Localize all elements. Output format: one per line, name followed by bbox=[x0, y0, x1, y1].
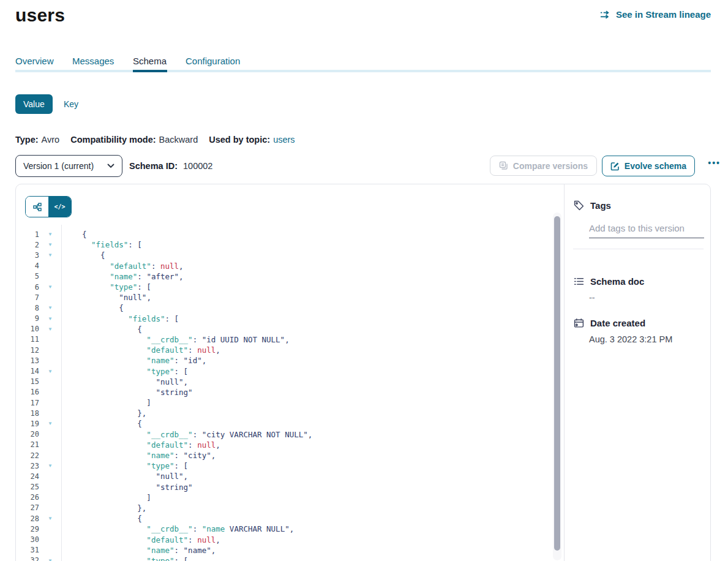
line-number: 15 bbox=[16, 377, 39, 386]
fold-toggle-icon[interactable]: ▼ bbox=[39, 316, 61, 322]
line-number: 31 bbox=[16, 546, 39, 554]
type-label: Type: bbox=[15, 135, 39, 145]
stream-lineage-link[interactable]: See in Stream lineage bbox=[600, 9, 711, 20]
code-text: { bbox=[61, 325, 142, 334]
line-number: 6 bbox=[16, 283, 39, 292]
code-text: "fields": [ bbox=[61, 240, 142, 249]
tab-messages[interactable]: Messages bbox=[72, 56, 114, 66]
scrollbar-thumb[interactable] bbox=[554, 216, 560, 551]
code-text: "null", bbox=[61, 472, 188, 481]
code-line: 5 "name": "after", bbox=[16, 271, 564, 282]
schema-page: users See in Stream lineage Overview Mes… bbox=[0, 0, 728, 561]
fold-toggle-icon[interactable]: ▼ bbox=[39, 558, 61, 561]
code-text: { bbox=[61, 250, 105, 260]
code-line: 31 "name": "name", bbox=[16, 545, 564, 555]
evolve-schema-button[interactable]: Evolve schema bbox=[602, 156, 695, 176]
code-text: "default": null, bbox=[61, 345, 220, 355]
tab-schema[interactable]: Schema bbox=[133, 56, 167, 66]
fold-toggle-icon[interactable]: ▼ bbox=[39, 463, 61, 469]
date-created-section-header: Date created bbox=[574, 318, 645, 328]
code-line: 23▼ "type": [ bbox=[16, 461, 564, 471]
code-line: 14▼ "type": [ bbox=[16, 366, 564, 376]
schema-doc-title: Schema doc bbox=[590, 276, 644, 287]
code-line: 12 "default": null, bbox=[16, 345, 564, 355]
code-text: "default": null, bbox=[61, 262, 184, 271]
code-editor: </> 1▼{2▼ "fields": [3▼ {4 "default": nu… bbox=[16, 184, 564, 561]
code-line: 16 "string" bbox=[16, 387, 564, 397]
code-text: "type": [ bbox=[61, 461, 188, 470]
code-line: 24 "null", bbox=[16, 471, 564, 481]
list-icon bbox=[574, 276, 584, 287]
code-text: "null", bbox=[61, 293, 151, 302]
code-line: 10▼ { bbox=[16, 324, 564, 334]
code-text: "type": [ bbox=[61, 556, 188, 561]
tree-view-button[interactable] bbox=[26, 197, 48, 217]
fold-toggle-icon[interactable]: ▼ bbox=[39, 284, 61, 290]
fold-toggle-icon[interactable]: ▼ bbox=[39, 242, 61, 247]
value-toggle-button[interactable]: Value bbox=[15, 94, 53, 114]
code-text: }, bbox=[61, 503, 146, 513]
compare-icon bbox=[499, 161, 508, 170]
fold-toggle-icon[interactable]: ▼ bbox=[39, 421, 61, 426]
schema-sidebar: Tags Schema doc -- bbox=[564, 184, 711, 561]
line-number: 18 bbox=[16, 409, 39, 418]
active-tab-indicator bbox=[133, 70, 167, 72]
tab-configuration[interactable]: Configuration bbox=[186, 56, 240, 66]
code-text: "string" bbox=[61, 483, 193, 492]
line-number: 9 bbox=[16, 314, 39, 323]
schema-panel: </> 1▼{2▼ "fields": [3▼ {4 "default": nu… bbox=[15, 184, 711, 561]
compare-versions-label: Compare versions bbox=[513, 161, 588, 171]
line-number: 16 bbox=[16, 388, 39, 396]
line-number: 25 bbox=[16, 483, 39, 491]
line-number: 1 bbox=[16, 230, 39, 239]
key-toggle-button[interactable]: Key bbox=[56, 94, 86, 114]
code-text: { bbox=[61, 514, 142, 523]
code-text: ] bbox=[61, 493, 151, 502]
code-text: "default": null, bbox=[61, 440, 220, 450]
more-actions-button[interactable]: ••• bbox=[708, 158, 721, 168]
compare-versions-button[interactable]: Compare versions bbox=[490, 156, 597, 176]
fold-toggle-icon[interactable]: ▼ bbox=[39, 369, 61, 374]
compatibility-value: Backward bbox=[159, 135, 198, 145]
date-created-value: Aug. 3 2022 3:21 PM bbox=[589, 334, 672, 344]
line-number: 26 bbox=[16, 493, 39, 502]
tags-input[interactable] bbox=[589, 221, 704, 238]
code-line: 4 "default": null, bbox=[16, 261, 564, 271]
evolve-schema-label: Evolve schema bbox=[625, 161, 686, 171]
type-value: Avro bbox=[42, 135, 60, 145]
code-line: 27 }, bbox=[16, 503, 564, 513]
tags-title: Tags bbox=[590, 200, 611, 211]
code-line: 6▼ "type": [ bbox=[16, 282, 564, 292]
code-line: 13 "name": "id", bbox=[16, 355, 564, 366]
code-line: 21 "default": null, bbox=[16, 440, 564, 450]
code-text: "name": "id", bbox=[61, 356, 206, 365]
tab-overview[interactable]: Overview bbox=[15, 56, 54, 66]
line-number: 21 bbox=[16, 440, 39, 449]
code-line: 28▼ { bbox=[16, 513, 564, 524]
fold-toggle-icon[interactable]: ▼ bbox=[39, 516, 61, 521]
scrollbar-track[interactable] bbox=[553, 213, 561, 560]
fold-toggle-icon[interactable]: ▼ bbox=[39, 252, 61, 258]
code-text: ] bbox=[61, 398, 151, 407]
calendar-add-icon bbox=[574, 318, 584, 328]
fold-toggle-icon[interactable]: ▼ bbox=[39, 326, 61, 332]
version-select-value: Version 1 (current) bbox=[23, 161, 107, 171]
line-number: 23 bbox=[16, 462, 39, 470]
edit-icon bbox=[610, 162, 620, 171]
fold-toggle-icon[interactable]: ▼ bbox=[39, 305, 61, 311]
line-number: 10 bbox=[16, 325, 39, 333]
line-number: 29 bbox=[16, 525, 39, 533]
used-by-topic-label: Used by topic: bbox=[209, 135, 270, 145]
code-line: 11 "__crdb__": "id UUID NOT NULL", bbox=[16, 334, 564, 345]
code-line: 25 "string" bbox=[16, 482, 564, 492]
code-text: "name": "city", bbox=[61, 451, 216, 460]
line-number: 11 bbox=[16, 335, 39, 344]
fold-toggle-icon[interactable]: ▼ bbox=[39, 232, 61, 237]
line-number: 28 bbox=[16, 514, 39, 523]
code-text: "name": "after", bbox=[61, 272, 184, 281]
version-select[interactable]: Version 1 (current) bbox=[15, 155, 122, 177]
line-number: 13 bbox=[16, 356, 39, 365]
chevron-down-icon bbox=[107, 164, 114, 168]
topic-link[interactable]: users bbox=[273, 135, 295, 145]
code-view-button[interactable]: </> bbox=[48, 197, 71, 217]
